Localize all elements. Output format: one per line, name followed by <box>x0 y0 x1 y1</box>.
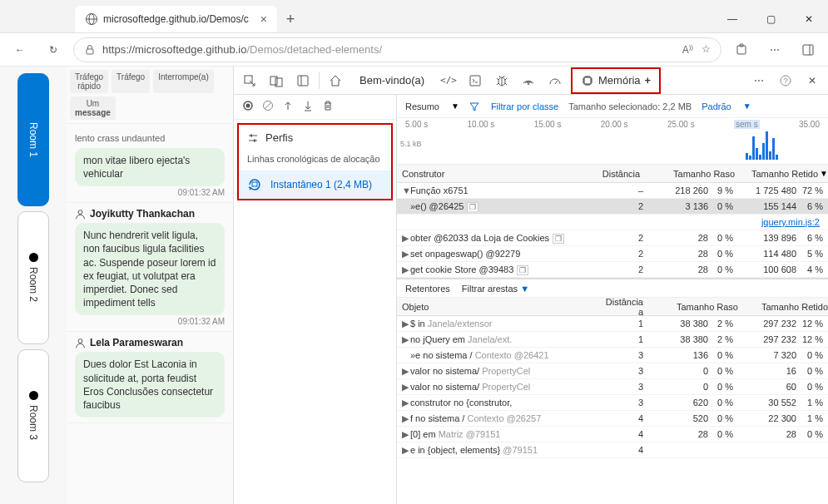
close-tab-icon[interactable]: × <box>260 12 267 26</box>
url-icons: A)) ☆ <box>682 43 711 56</box>
snapshot-item[interactable]: Instantâneo 1 (2,4 MB) <box>239 170 391 199</box>
bug-icon[interactable] <box>491 70 513 91</box>
performance-icon[interactable] <box>544 70 566 91</box>
retainers-rows: ▶$ in Janela/extensor138 3802 %297 23212… <box>397 316 828 458</box>
size-label: Tamanho selecionado: 2,2 MB <box>568 101 692 111</box>
table-row[interactable]: ▶$ in Janela/extensor138 3802 %297 23212… <box>397 316 828 332</box>
retainers-label: Retentores <box>405 284 450 294</box>
window-titlebar: microsoftedge.github.io/Demos/c × + — ▢ … <box>0 0 828 33</box>
expand-icon[interactable]: ▶ <box>402 233 409 244</box>
expand-icon[interactable] <box>402 201 409 211</box>
devtools-body: Perfis Linhas cronológicas de alocação I… <box>234 95 828 504</box>
message-time: 09:01:32 AM <box>75 317 225 326</box>
minimize-button[interactable]: — <box>713 6 751 32</box>
source-link[interactable]: jquery.min.js:2 <box>761 217 820 227</box>
console-icon[interactable] <box>464 70 486 91</box>
trash-icon[interactable] <box>322 100 334 114</box>
table-row[interactable]: »e no sistema / Contexto @2642131360 %7 … <box>397 348 828 363</box>
timeline-bars <box>746 131 778 160</box>
elements-icon[interactable]: </> <box>438 70 459 91</box>
chat-toolbar: Tráfegorápido Tráfego Interrompe(a) Umme… <box>67 67 233 124</box>
allocation-timeline[interactable]: 5.00 s10.00 s15.00 s20.00 s25.00 ssem s3… <box>397 118 828 165</box>
table-row[interactable]: ▶set onpageswap() @922792280 %114 4805 % <box>397 246 828 262</box>
home-icon[interactable] <box>325 70 346 91</box>
filter-edges[interactable]: Filtrar arestas ▼ <box>462 284 529 294</box>
timeline-y-label: 5.1 kB <box>400 140 422 148</box>
table-row[interactable]: »e() @26425❐23 1360 %155 1446 % <box>397 199 828 215</box>
room-label: Room 3 <box>27 405 39 440</box>
snapshot-icon <box>247 177 262 192</box>
browser-tab[interactable]: microsoftedge.github.io/Demos/c × <box>75 6 277 32</box>
new-tab-button[interactable]: + <box>277 6 304 32</box>
tab-welcome[interactable]: Bem-vindo(a) <box>351 69 433 91</box>
table-row[interactable]: ▶get cookie Store @39483❐2280 %100 6084 … <box>397 262 828 278</box>
room-1-button[interactable]: Room 1 <box>17 73 49 206</box>
table-row[interactable]: jquery.min.js:2 <box>397 215 828 230</box>
chat-tab[interactable]: Interrompe(a) <box>153 70 214 93</box>
inspect-icon[interactable] <box>239 70 260 91</box>
table-row[interactable]: ▶valor no sistema/ PropertyCel300 %600 % <box>397 379 828 395</box>
expand-icon[interactable]: ▶ <box>402 264 409 275</box>
profiles-sidebar: Perfis Linhas cronológicas de alocação I… <box>234 95 397 504</box>
menu-icon[interactable]: ⋯ <box>761 37 788 63</box>
close-devtools-icon[interactable]: ✕ <box>801 70 823 91</box>
profile-actions <box>234 95 396 120</box>
chat-tab[interactable]: Tráfego <box>112 70 150 93</box>
expand-icon[interactable]: ▶ <box>402 319 409 329</box>
expand-icon[interactable]: ▶ <box>402 249 409 259</box>
refresh-button[interactable]: ↻ <box>40 37 67 63</box>
expand-icon[interactable]: ▶ <box>402 398 409 408</box>
maximize-button[interactable]: ▢ <box>751 6 790 32</box>
table-row[interactable]: ▶construtor no {construtor, 36200 %30 55… <box>397 395 828 411</box>
room-2-button[interactable]: Room 2 <box>17 211 49 344</box>
memory-icon <box>581 74 594 87</box>
upload-icon[interactable] <box>282 100 294 114</box>
table-row[interactable]: ▶no jQuery em Janela/ext.138 3802 %297 2… <box>397 332 828 348</box>
room-3-button[interactable]: Room 3 <box>17 349 49 482</box>
table-row[interactable]: ▶obter @62033 da Loja de Cookies❐2280 %1… <box>397 230 828 246</box>
help-icon[interactable]: ? <box>775 70 796 91</box>
expand-icon[interactable]: ▶ <box>402 334 409 345</box>
clear-icon[interactable] <box>262 100 274 114</box>
table-row[interactable]: ▶valor no sistema/ PropertyCel300 %160 % <box>397 363 828 379</box>
download-icon[interactable] <box>302 100 314 114</box>
favorite-icon[interactable]: ☆ <box>702 43 711 56</box>
expand-icon[interactable]: ▶ <box>402 429 409 440</box>
chat-tab[interactable]: Tráfegorápido <box>70 70 108 93</box>
summary-select[interactable]: Resumo▼ <box>405 101 459 111</box>
url-text: https://microsoftedge.github.io/Demos/de… <box>102 43 676 56</box>
address-bar[interactable]: https://microsoftedge.github.io/Demos/de… <box>73 37 721 62</box>
table-row[interactable]: ▶[0] em Matriz @791514280 %280 % <box>397 427 828 442</box>
extensions-icon[interactable] <box>728 37 755 63</box>
profiles-section: Perfis Linhas cronológicas de alocação I… <box>237 123 393 200</box>
table-row[interactable]: ▶f no sistema / Contexto @2625745200 %22… <box>397 411 828 427</box>
expand-icon[interactable]: ▶ <box>402 366 409 377</box>
sidebar-icon[interactable] <box>795 37 821 63</box>
user-icon <box>75 209 86 220</box>
network-icon[interactable] <box>518 70 539 91</box>
dock-icon[interactable] <box>292 70 314 91</box>
more-icon[interactable]: ⋯ <box>748 70 770 91</box>
chat-tab[interactable]: Ummessage <box>70 96 116 120</box>
svg-point-19 <box>528 83 529 85</box>
message-item: lento crass undaunted mon vitae libero e… <box>67 124 233 203</box>
expand-icon[interactable]: ▶ <box>402 413 409 424</box>
expand-icon[interactable] <box>402 350 409 360</box>
room-label: Room 2 <box>27 267 39 302</box>
display-select[interactable]: Padrão ▼ <box>702 101 751 111</box>
expand-icon[interactable]: ▶ <box>402 445 409 456</box>
reader-icon[interactable]: A)) <box>682 43 693 56</box>
expand-icon[interactable]: ▼ <box>402 185 409 195</box>
sort-icon[interactable]: ▼ <box>820 169 828 178</box>
svg-rect-13 <box>298 76 308 86</box>
tab-memory[interactable]: Memória + <box>571 67 661 94</box>
class-filter[interactable]: Filtrar por classe <box>469 101 558 111</box>
expand-icon[interactable]: ▶ <box>402 382 409 393</box>
record-icon[interactable] <box>242 100 254 114</box>
back-button[interactable]: ← <box>7 37 33 63</box>
message-preline: lento crass undaunted <box>75 132 225 145</box>
close-window-button[interactable]: ✕ <box>790 6 828 32</box>
table-row[interactable]: ▼Função x6751–218 2609 %1 725 48072 % <box>397 183 828 199</box>
device-icon[interactable] <box>265 70 287 91</box>
table-row[interactable]: ▶e in {object, elements} @791514 <box>397 442 828 458</box>
